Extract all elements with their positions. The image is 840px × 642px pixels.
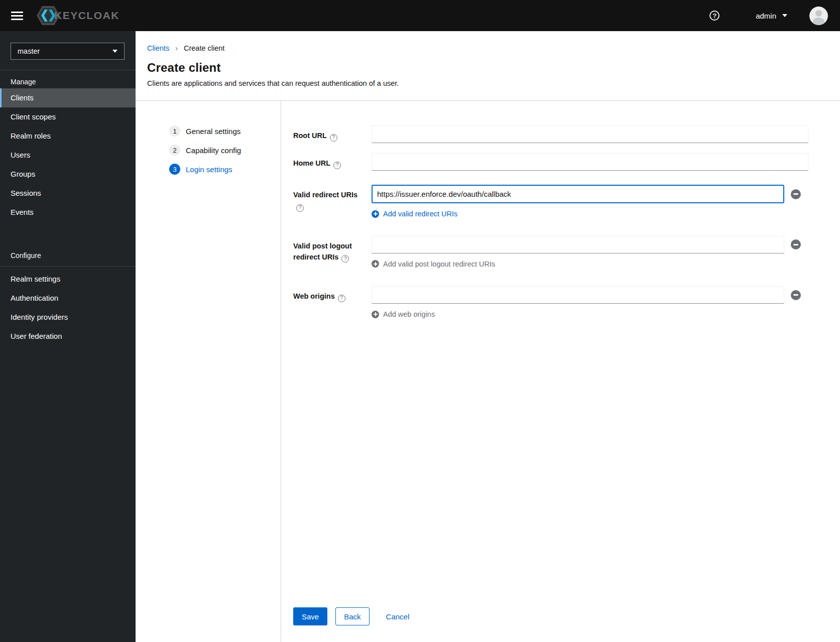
add-web-origins-button[interactable]: Add web origins bbox=[372, 310, 435, 318]
add-link-label: Add valid post logout redirect URIs bbox=[383, 260, 495, 268]
remove-post-logout-uri-minus-circle-icon[interactable] bbox=[791, 239, 801, 249]
breadcrumb-clients-link[interactable]: Clients bbox=[147, 44, 169, 52]
field-label: Web origins bbox=[293, 286, 372, 302]
keycloak-logo[interactable]: KEYCLOAK bbox=[36, 5, 119, 26]
plus-circle-icon bbox=[372, 311, 379, 318]
step-label: Capability config bbox=[186, 146, 241, 155]
nav-toggle-hamburger-icon[interactable] bbox=[11, 10, 23, 22]
help-icon[interactable] bbox=[709, 11, 719, 21]
field-label-text: Valid redirect URIs bbox=[293, 191, 357, 199]
sidebar-item-events[interactable]: Events bbox=[0, 203, 136, 222]
web-origins-input[interactable] bbox=[372, 286, 784, 304]
sidebar-item-realm-roles[interactable]: Realm roles bbox=[0, 126, 136, 146]
field-label-text: Web origins bbox=[293, 292, 335, 300]
nav-section-configure: Configure Realm settings Authentication … bbox=[0, 244, 136, 346]
remove-web-origin-minus-circle-icon[interactable] bbox=[791, 290, 801, 300]
field-label: Valid post logout redirect URIs bbox=[293, 236, 372, 263]
breadcrumb-chevron-icon bbox=[175, 44, 178, 52]
add-link-label: Add web origins bbox=[383, 310, 435, 318]
field-web-origins: Web origins Add web origins bbox=[293, 286, 808, 320]
sidebar-item-user-federation[interactable]: User federation bbox=[0, 327, 136, 346]
field-label-text: Home URL bbox=[293, 159, 330, 167]
realm-selector-value: master bbox=[18, 47, 40, 55]
masthead: KEYCLOAK admin bbox=[0, 0, 840, 31]
sidebar-item-identity-providers[interactable]: Identity providers bbox=[0, 308, 136, 327]
step-label: Login settings bbox=[186, 165, 232, 174]
wizard-step-login-settings[interactable]: 3 Login settings bbox=[169, 164, 281, 175]
back-button[interactable]: Back bbox=[335, 607, 369, 625]
field-home-url: Home URL bbox=[293, 153, 808, 171]
realm-selector[interactable]: master bbox=[11, 43, 125, 60]
question-circle-icon[interactable] bbox=[341, 255, 349, 263]
valid-redirect-uri-input[interactable] bbox=[372, 185, 784, 203]
plus-circle-icon bbox=[372, 260, 379, 268]
cancel-button[interactable]: Cancel bbox=[386, 607, 410, 625]
nav-section-title: Manage bbox=[0, 70, 136, 88]
step-number: 2 bbox=[169, 145, 180, 156]
field-root-url: Root URL bbox=[293, 125, 808, 143]
sidebar-item-users[interactable]: Users bbox=[0, 146, 136, 165]
save-button[interactable]: Save bbox=[293, 607, 327, 625]
root-url-input[interactable] bbox=[372, 125, 808, 143]
page-subtitle: Clients are applications and services th… bbox=[147, 79, 824, 87]
user-dropdown[interactable]: admin bbox=[756, 12, 787, 20]
chevron-down-icon bbox=[112, 50, 117, 53]
main-content: Clients Create client Create client Clie… bbox=[136, 31, 840, 642]
wizard-step-general-settings[interactable]: 1 General settings bbox=[169, 125, 281, 137]
step-label: General settings bbox=[186, 127, 241, 136]
field-valid-redirect-uris: Valid redirect URIs Add valid redirect U… bbox=[293, 185, 808, 220]
masthead-actions: admin bbox=[709, 7, 828, 25]
nav-section-divider bbox=[0, 266, 136, 267]
field-valid-post-logout-redirect-uris: Valid post logout redirect URIs Add vali… bbox=[293, 236, 808, 270]
remove-redirect-uri-minus-circle-icon[interactable] bbox=[791, 189, 801, 199]
step-number: 1 bbox=[169, 125, 180, 137]
page-header: Clients Create client Create client Clie… bbox=[136, 31, 840, 101]
add-link-label: Add valid redirect URIs bbox=[383, 210, 457, 218]
question-circle-icon[interactable] bbox=[330, 134, 337, 142]
sidebar-item-groups[interactable]: Groups bbox=[0, 165, 136, 184]
sidebar-item-realm-settings[interactable]: Realm settings bbox=[0, 270, 136, 289]
sidebar: master Manage Clients Client scopes Real… bbox=[0, 31, 136, 642]
nav-section-title: Configure bbox=[0, 244, 136, 262]
question-circle-icon[interactable] bbox=[296, 204, 304, 212]
wizard-step-capability-config[interactable]: 2 Capability config bbox=[169, 145, 281, 156]
chevron-down-icon bbox=[782, 14, 787, 17]
keycloak-admin-console: KEYCLOAK admin master Manage Clients bbox=[0, 0, 840, 642]
page-title: Create client bbox=[147, 61, 824, 75]
breadcrumb: Clients Create client bbox=[147, 44, 824, 52]
breadcrumb-current: Create client bbox=[184, 44, 224, 52]
home-url-input[interactable] bbox=[372, 153, 808, 171]
step-number: 3 bbox=[169, 164, 180, 175]
add-post-logout-redirect-uris-button[interactable]: Add valid post logout redirect URIs bbox=[372, 260, 495, 268]
plus-circle-icon bbox=[372, 210, 379, 218]
question-circle-icon[interactable] bbox=[333, 162, 341, 169]
avatar[interactable] bbox=[809, 7, 828, 25]
field-label-text: Root URL bbox=[293, 132, 327, 140]
field-label: Root URL bbox=[293, 125, 372, 142]
post-logout-redirect-uri-input[interactable] bbox=[372, 236, 784, 253]
question-circle-icon[interactable] bbox=[338, 295, 345, 302]
field-label: Home URL bbox=[293, 153, 372, 169]
brand-wordmark: KEYCLOAK bbox=[54, 10, 119, 22]
sidebar-item-sessions[interactable]: Sessions bbox=[0, 184, 136, 203]
field-label: Valid redirect URIs bbox=[293, 185, 372, 212]
wizard-nav: 1 General settings 2 Capability config 3… bbox=[136, 101, 281, 642]
add-valid-redirect-uris-button[interactable]: Add valid redirect URIs bbox=[372, 210, 457, 218]
sidebar-item-client-scopes[interactable]: Client scopes bbox=[0, 107, 136, 126]
username: admin bbox=[756, 12, 776, 20]
sidebar-item-authentication[interactable]: Authentication bbox=[0, 289, 136, 308]
login-settings-form: Root URL Home URL bbox=[281, 101, 840, 642]
sidebar-item-clients[interactable]: Clients bbox=[0, 88, 136, 107]
form-actions: Save Back Cancel bbox=[293, 607, 808, 642]
nav-section-manage: Manage Clients Client scopes Realm roles… bbox=[0, 70, 136, 222]
